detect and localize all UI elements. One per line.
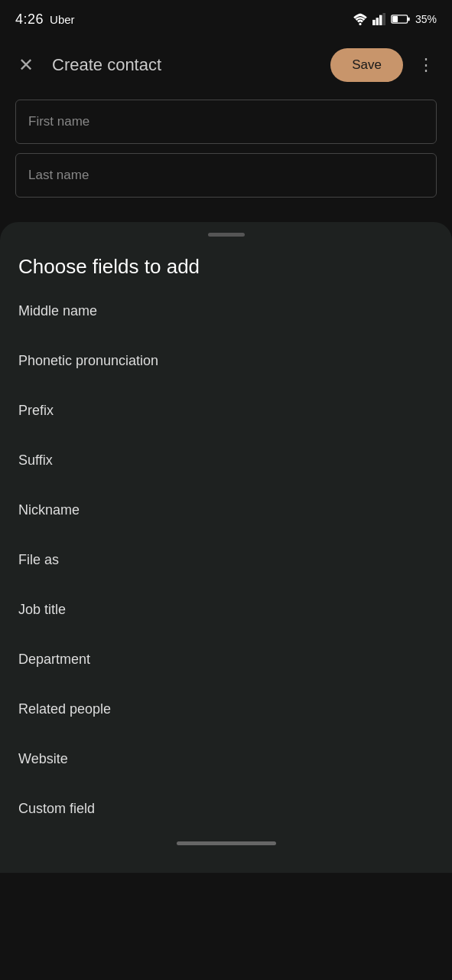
header-left: ✕ Create contact [12, 51, 161, 79]
field-item-middle-name[interactable]: Middle name [0, 286, 452, 336]
status-app-name: Uber [50, 13, 75, 26]
more-options-button[interactable]: ⋮ [412, 51, 440, 79]
battery-level: 35% [415, 13, 437, 25]
field-item-prefix[interactable]: Prefix [0, 386, 452, 436]
sheet-handle [208, 233, 245, 237]
app-header: ✕ Create contact Save ⋮ [0, 38, 452, 92]
svg-rect-2 [376, 18, 379, 25]
field-item-department[interactable]: Department [0, 635, 452, 684]
field-item-nickname[interactable]: Nickname [0, 485, 452, 535]
svg-rect-7 [392, 16, 398, 22]
bottom-sheet: Choose fields to add Middle namePhonetic… [0, 222, 452, 873]
field-item-phonetic-pronunciation[interactable]: Phonetic pronunciation [0, 336, 452, 386]
field-list: Middle namePhonetic pronunciationPrefixS… [0, 286, 452, 834]
field-item-related-people[interactable]: Related people [0, 684, 452, 734]
status-time: 4:26 [15, 11, 44, 28]
save-button[interactable]: Save [330, 48, 403, 82]
svg-rect-3 [379, 15, 382, 25]
close-icon: ✕ [18, 56, 34, 74]
wifi-icon [353, 13, 368, 25]
header-right: Save ⋮ [330, 48, 440, 82]
home-indicator [0, 834, 452, 850]
sheet-title: Choose fields to add [0, 243, 452, 286]
field-item-job-title[interactable]: Job title [0, 585, 452, 635]
svg-rect-6 [408, 18, 410, 21]
svg-rect-1 [372, 20, 376, 25]
svg-rect-4 [382, 13, 385, 25]
page-title: Create contact [52, 55, 161, 75]
svg-point-0 [359, 23, 361, 25]
form-area [0, 92, 452, 222]
last-name-input[interactable] [15, 153, 437, 198]
status-bar: 4:26 Uber 35% [0, 0, 452, 38]
battery-icon [391, 14, 411, 24]
signal-icon [372, 13, 386, 25]
field-item-website[interactable]: Website [0, 734, 452, 784]
first-name-input[interactable] [15, 100, 437, 144]
field-item-suffix[interactable]: Suffix [0, 436, 452, 485]
home-bar [177, 841, 276, 845]
status-right: 35% [353, 13, 437, 25]
field-item-file-as[interactable]: File as [0, 535, 452, 585]
sheet-handle-container [0, 222, 452, 243]
close-button[interactable]: ✕ [12, 51, 40, 79]
field-item-custom-field[interactable]: Custom field [0, 784, 452, 834]
status-left: 4:26 Uber [15, 11, 75, 28]
